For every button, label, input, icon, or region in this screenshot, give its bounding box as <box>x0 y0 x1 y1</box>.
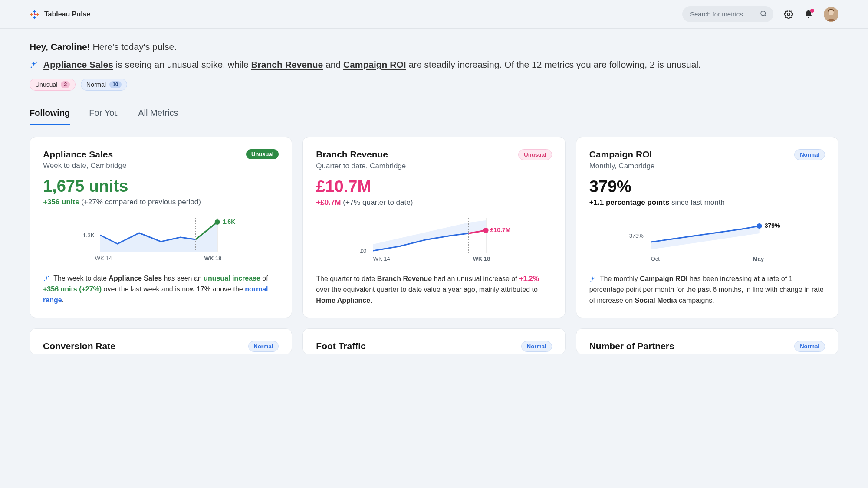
svg-text:Oct: Oct <box>651 255 660 262</box>
notifications-button[interactable] <box>804 10 813 19</box>
metric-value: 1,675 units <box>43 178 279 195</box>
sparkline-chart: £0 WK 14 WK 18 £10.7M <box>316 214 552 266</box>
status-badge: Normal <box>794 341 825 352</box>
delta-line: +£0.7M (+7% quarter to date) <box>316 198 552 207</box>
card-insight: The week to date Appliance Sales has see… <box>43 273 279 305</box>
greeting-name: Hey, Caroline! <box>30 42 90 52</box>
card-subtitle: Monthly, Cambridge <box>589 162 825 170</box>
status-badge: Unusual <box>246 149 279 159</box>
metric-card-conversion-rate[interactable]: Conversion Rate Normal <box>30 328 292 354</box>
sparkline-chart: 1.3K WK 14 WK 18 1.6K <box>43 213 279 265</box>
svg-point-12 <box>787 13 790 16</box>
search-icon <box>760 10 767 19</box>
status-badge: Normal <box>521 341 552 352</box>
app-header: Tableau Pulse <box>0 0 868 29</box>
tableau-logo-icon <box>30 9 40 20</box>
svg-text:WK 18: WK 18 <box>473 255 490 262</box>
summary-link-2[interactable]: Branch Revenue <box>251 59 323 69</box>
metric-card-foot-traffic[interactable]: Foot Traffic Normal <box>302 328 565 354</box>
card-title: Branch Revenue <box>316 149 388 160</box>
svg-point-25 <box>44 280 45 281</box>
svg-point-28 <box>483 228 489 233</box>
chip-unusual[interactable]: Unusual 2 <box>30 79 76 91</box>
svg-point-16 <box>31 67 32 68</box>
tab-all-metrics[interactable]: All Metrics <box>138 108 178 125</box>
sparkline-chart: 373% Oct May 379% <box>589 214 825 266</box>
card-title: Campaign ROI <box>589 149 652 160</box>
svg-text:WK 14: WK 14 <box>373 255 390 262</box>
greeting-rest: Here's today's pulse. <box>90 42 177 52</box>
card-subtitle: Week to date, Cambridge <box>43 161 279 170</box>
brand-group: Tableau Pulse <box>30 9 90 20</box>
greeting-line: Hey, Caroline! Here's today's pulse. <box>30 42 838 52</box>
card-title: Number of Partners <box>589 341 674 351</box>
chip-normal[interactable]: Normal 10 <box>81 79 127 91</box>
card-title: Appliance Sales <box>43 149 113 160</box>
metric-grid: Appliance Sales Unusual Week to date, Ca… <box>30 137 838 354</box>
card-insight: The monthly Campaign ROI has been increa… <box>589 274 825 306</box>
card-title: Foot Traffic <box>316 341 365 351</box>
svg-text:£10.7M: £10.7M <box>490 226 511 233</box>
svg-point-14 <box>829 10 834 15</box>
svg-text:373%: 373% <box>629 233 644 239</box>
svg-point-15 <box>36 62 37 63</box>
svg-text:1.3K: 1.3K <box>83 232 95 239</box>
user-avatar[interactable] <box>824 7 838 22</box>
summary-link-1[interactable]: Appliance Sales <box>43 59 113 69</box>
chip-unusual-count: 2 <box>61 81 70 88</box>
delta-line: +356 units (+27% compared to previous pe… <box>43 198 279 206</box>
chip-normal-count: 10 <box>109 81 121 88</box>
svg-point-10 <box>761 11 766 16</box>
summary-insight: Appliance Sales is seeing an unusual spi… <box>30 58 838 71</box>
svg-point-38 <box>594 277 595 278</box>
metric-card-campaign-roi[interactable]: Campaign ROI Normal Monthly, Cambridge 3… <box>576 137 838 318</box>
sparkle-icon <box>30 61 38 69</box>
metric-value: £10.7M <box>316 178 552 196</box>
svg-text:WK 18: WK 18 <box>204 255 222 262</box>
delta-line: +1.1 percentage points since last month <box>589 198 825 207</box>
summary-link-3[interactable]: Campaign ROI <box>343 59 406 69</box>
svg-line-11 <box>765 15 766 16</box>
card-subtitle: Quarter to date, Cambridge <box>316 162 552 170</box>
status-badge: Unusual <box>518 149 552 160</box>
svg-text:379%: 379% <box>764 222 780 229</box>
chip-unusual-label: Unusual <box>35 81 57 88</box>
status-badge: Normal <box>248 341 279 352</box>
svg-point-24 <box>48 276 49 277</box>
metric-value: 379% <box>589 178 825 196</box>
tabs: Following For You All Metrics <box>30 108 838 125</box>
svg-point-19 <box>215 219 220 225</box>
main-content: Hey, Caroline! Here's today's pulse. App… <box>0 29 868 372</box>
tab-following[interactable]: Following <box>30 108 70 125</box>
notification-dot-icon <box>810 9 814 13</box>
card-insight: The quarter to date Branch Revenue had a… <box>316 274 552 306</box>
tab-for-you[interactable]: For You <box>89 108 119 125</box>
svg-text:May: May <box>753 255 764 262</box>
metric-card-number-of-partners[interactable]: Number of Partners Normal <box>576 328 838 354</box>
header-actions <box>682 6 838 22</box>
search-wrap <box>682 6 773 22</box>
brand-name: Tableau Pulse <box>44 10 90 18</box>
metric-card-appliance-sales[interactable]: Appliance Sales Unusual Week to date, Ca… <box>30 137 292 318</box>
svg-point-39 <box>590 281 591 282</box>
svg-text:1.6K: 1.6K <box>223 218 236 225</box>
settings-button[interactable] <box>784 10 793 19</box>
svg-text:£0: £0 <box>360 248 366 254</box>
svg-text:WK 14: WK 14 <box>95 255 112 262</box>
status-badge: Normal <box>794 149 825 160</box>
filter-chips: Unusual 2 Normal 10 <box>30 79 838 91</box>
metric-card-branch-revenue[interactable]: Branch Revenue Unusual Quarter to date, … <box>302 137 565 318</box>
svg-point-33 <box>756 223 762 229</box>
chip-normal-label: Normal <box>86 81 106 88</box>
card-title: Conversion Rate <box>43 341 115 351</box>
